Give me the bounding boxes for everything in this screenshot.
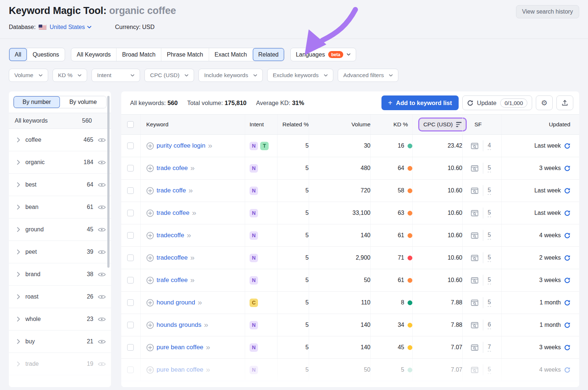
column-header-keyword[interactable]: Keyword (140, 115, 245, 134)
refresh-icon[interactable] (564, 165, 570, 171)
expand-keyword-icon[interactable]: » (190, 276, 194, 285)
column-header-related[interactable]: Related % (277, 115, 309, 134)
refresh-icon[interactable] (564, 367, 570, 373)
keyword-group-item[interactable]: trade 19 (9, 353, 111, 375)
eye-icon[interactable] (98, 205, 106, 210)
tab-all-keywords[interactable]: All Keywords (71, 48, 116, 61)
chevron-right-icon[interactable] (17, 339, 20, 344)
filter-include-keywords[interactable]: Include keywords (198, 69, 263, 82)
add-keyword-icon[interactable] (146, 299, 154, 307)
keyword-link[interactable]: trade coffe (157, 187, 186, 194)
eye-icon[interactable] (98, 137, 106, 143)
serp-features-count[interactable]: 7 (488, 343, 491, 351)
add-keyword-icon[interactable] (146, 142, 154, 150)
sidebar-all-keywords-row[interactable]: All keywords 560 (9, 113, 111, 129)
keyword-group-item[interactable]: brand 38 (9, 263, 111, 286)
add-keyword-icon[interactable] (146, 232, 154, 239)
add-keyword-icon[interactable] (146, 165, 154, 172)
expand-keyword-icon[interactable]: » (192, 209, 196, 217)
column-header-intent[interactable]: Intent (245, 115, 277, 134)
row-checkbox[interactable] (127, 210, 134, 216)
add-keyword-icon[interactable] (146, 209, 154, 217)
keyword-group-item[interactable]: peet 39 (9, 241, 111, 263)
toggle-by-volume[interactable]: By volume (60, 96, 106, 108)
tab-phrase-match[interactable]: Phrase Match (161, 48, 209, 61)
chevron-right-icon[interactable] (17, 182, 20, 187)
row-checkbox[interactable] (127, 165, 134, 171)
expand-keyword-icon[interactable]: » (189, 186, 192, 195)
expand-keyword-icon[interactable]: » (198, 298, 201, 307)
serp-preview-icon[interactable] (471, 142, 478, 149)
filter-intent[interactable]: Intent (92, 69, 140, 82)
chevron-right-icon[interactable] (17, 294, 20, 299)
expand-keyword-icon[interactable]: » (187, 231, 190, 240)
serp-features-count[interactable]: 6 (488, 321, 491, 329)
filter-volume[interactable]: Volume (9, 69, 48, 82)
column-header-updated[interactable]: Updated (501, 115, 579, 134)
chevron-right-icon[interactable] (17, 317, 20, 322)
keyword-link[interactable]: pure bean coffee (157, 366, 203, 373)
eye-icon[interactable] (98, 249, 106, 255)
keyword-link[interactable]: hound ground (157, 299, 195, 306)
serp-preview-icon[interactable] (471, 299, 478, 306)
filter-advanced-filters[interactable]: Advanced filters (338, 69, 398, 82)
row-checkbox[interactable] (127, 277, 134, 284)
keyword-link[interactable]: purity coffee login (157, 142, 205, 149)
eye-icon[interactable] (98, 182, 106, 188)
refresh-icon[interactable] (564, 255, 570, 261)
keyword-group-item[interactable]: best 64 (9, 174, 111, 196)
expand-keyword-icon[interactable]: » (204, 321, 208, 329)
select-all-checkbox[interactable] (127, 121, 134, 128)
eye-icon[interactable] (98, 227, 106, 232)
eye-icon[interactable] (98, 361, 106, 367)
keyword-group-item[interactable]: buy 21 (9, 331, 111, 353)
refresh-icon[interactable] (564, 188, 570, 194)
filter-kd[interactable]: KD % (53, 69, 87, 82)
row-checkbox[interactable] (127, 344, 134, 351)
serp-features-count[interactable]: 5 (488, 231, 491, 239)
refresh-icon[interactable] (564, 300, 570, 306)
refresh-icon[interactable] (564, 210, 570, 216)
row-checkbox[interactable] (127, 254, 134, 261)
chevron-right-icon[interactable] (17, 205, 20, 210)
row-checkbox[interactable] (127, 142, 134, 149)
refresh-icon[interactable] (564, 143, 570, 149)
serp-preview-icon[interactable] (471, 277, 478, 284)
sidebar-scrollbar[interactable] (107, 96, 110, 268)
column-header-volume[interactable]: Volume (309, 115, 370, 134)
eye-icon[interactable] (98, 294, 106, 300)
serp-features-count[interactable]: 5 (488, 209, 491, 217)
eye-icon[interactable] (98, 160, 106, 165)
toggle-by-number[interactable]: By number (14, 96, 60, 108)
serp-preview-icon[interactable] (471, 187, 478, 194)
languages-dropdown[interactable]: Languages beta (290, 48, 356, 61)
keyword-link[interactable]: tradecoffe (157, 232, 184, 239)
add-keyword-icon[interactable] (146, 321, 154, 329)
serp-features-count[interactable]: 5 (488, 187, 491, 195)
add-to-keyword-list-button[interactable]: + Add to keyword list (381, 95, 459, 110)
expand-keyword-icon[interactable]: » (208, 141, 212, 150)
table-settings-button[interactable]: ⚙ (536, 95, 553, 110)
add-keyword-icon[interactable] (146, 277, 154, 284)
keyword-link[interactable]: trade cofee (157, 165, 188, 172)
refresh-icon[interactable] (564, 232, 570, 239)
tab-broad-match[interactable]: Broad Match (116, 48, 161, 61)
serp-preview-icon[interactable] (471, 165, 478, 172)
add-keyword-icon[interactable] (146, 344, 154, 351)
view-search-history-button[interactable]: View search history (516, 5, 579, 18)
eye-icon[interactable] (98, 317, 106, 322)
tab-exact-match[interactable]: Exact Match (209, 48, 252, 61)
expand-keyword-icon[interactable]: » (206, 343, 209, 352)
column-header-sf[interactable]: SF (462, 115, 501, 134)
serp-features-count[interactable]: 4 (488, 142, 491, 150)
database-selector[interactable]: United States (50, 24, 92, 30)
serp-preview-icon[interactable] (471, 254, 478, 261)
expand-keyword-icon[interactable]: » (206, 365, 209, 374)
row-checkbox[interactable] (127, 232, 134, 239)
serp-features-count[interactable]: 5 (488, 254, 491, 262)
keyword-group-item[interactable]: whole 23 (9, 308, 111, 331)
serp-features-count[interactable]: 5 (488, 276, 491, 284)
refresh-icon[interactable] (564, 322, 570, 328)
tab-questions[interactable]: Questions (27, 48, 65, 61)
keyword-link[interactable]: hounds grounds (157, 321, 201, 329)
